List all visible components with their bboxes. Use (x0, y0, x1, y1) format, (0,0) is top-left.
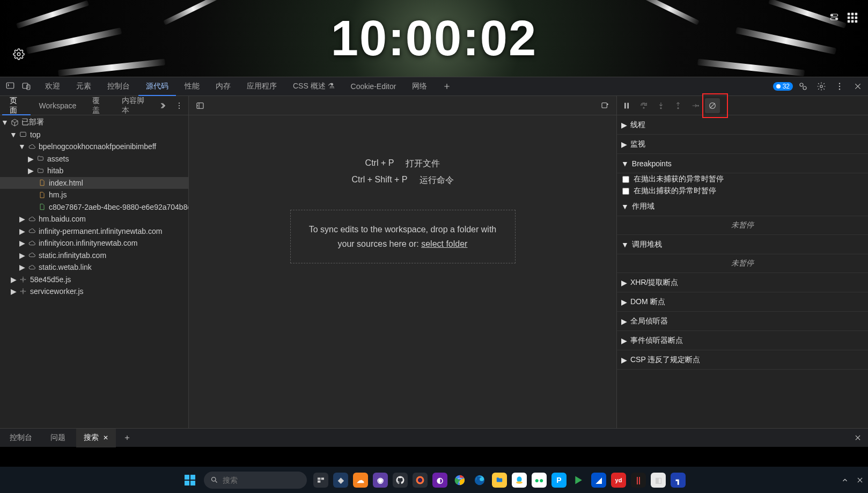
plus-icon[interactable] (119, 430, 135, 446)
toggle-icon[interactable] (828, 12, 840, 24)
chevron-down-icon[interactable]: ▼ (2, 118, 8, 127)
app-taskview[interactable] (313, 473, 328, 488)
issues-badge[interactable]: 32 (773, 82, 793, 91)
subtab-contentscripts[interactable]: 内容脚本 (114, 96, 156, 115)
chevron-right-icon[interactable] (157, 98, 171, 114)
subtab-page[interactable]: 页面 (2, 96, 31, 115)
section-xhr[interactable]: ▶XHR/提取断点 (617, 273, 868, 292)
step-into-icon[interactable] (653, 98, 668, 113)
tree-sw[interactable]: ▶serviceworker.js (0, 285, 188, 298)
chevron-right-icon[interactable]: ▶ (19, 251, 25, 260)
drawer-tab-issues[interactable]: 问题 (43, 429, 73, 447)
file-tree[interactable]: ▼已部署 ▼top ▼bpelnogcookhocnaokfpoeinibimb… (0, 115, 188, 428)
app-wechat[interactable]: ●● (532, 473, 547, 488)
app-grey[interactable]: ◧ (651, 473, 666, 488)
gear-icon[interactable] (13, 48, 25, 60)
drawer-tab-console[interactable]: 控制台 (2, 429, 40, 447)
breakpoint-caught-row[interactable]: 在抛出捕获的异常时暂停 (617, 185, 868, 197)
step-out-icon[interactable] (671, 98, 686, 113)
tray-chevron-up-icon[interactable] (841, 476, 849, 484)
tree-domain-infperm[interactable]: ▶infinity-permanent.infinitynewtab.com (0, 225, 188, 238)
tab-application[interactable]: 应用程序 (239, 77, 284, 96)
app-t[interactable]: ┓ (671, 473, 686, 488)
tray-close-icon[interactable] (856, 476, 864, 484)
chevron-right-icon[interactable]: ▶ (11, 275, 16, 284)
workspace-dropzone[interactable]: To sync edits to the workspace, drop a f… (290, 210, 516, 263)
tree-file-guid[interactable]: c80e7867-2aeb-4bec-9880-e6e92a704b8e (0, 201, 188, 214)
app-cloud[interactable]: ☁ (353, 473, 368, 488)
app-play[interactable] (571, 473, 586, 488)
close-icon[interactable]: ✕ (103, 434, 108, 442)
tab-cssoverview[interactable]: CSS 概述 ⚗ (285, 77, 342, 96)
section-callstack[interactable]: ▼调用堆栈 (617, 235, 868, 254)
chevron-right-icon[interactable]: ▶ (28, 154, 33, 163)
new-snippet-icon[interactable] (597, 98, 613, 114)
app-explorer[interactable] (492, 473, 507, 488)
tab-performance[interactable]: 性能 (177, 77, 207, 96)
tree-top[interactable]: ▼top (0, 129, 188, 141)
app-github[interactable] (393, 473, 408, 488)
chevron-right-icon[interactable]: ▶ (11, 287, 16, 296)
taskbar-search-input[interactable] (223, 476, 300, 484)
kebab-icon[interactable] (172, 98, 186, 114)
close-icon[interactable] (850, 430, 866, 446)
app-p[interactable]: P (551, 473, 567, 488)
tree-file-index[interactable]: index.html (0, 177, 188, 189)
device-toggle-icon[interactable] (18, 78, 34, 94)
app-blue[interactable]: ◢ (591, 473, 606, 488)
taskbar-search[interactable] (204, 472, 307, 489)
step-over-icon[interactable] (636, 98, 651, 113)
section-breakpoints[interactable]: ▼Breakpoints (617, 154, 868, 173)
plus-icon[interactable] (439, 78, 455, 94)
tab-sources[interactable]: 源代码 (138, 77, 176, 96)
tree-extension[interactable]: ▼bpelnogcookhocnaokfpoeinibimbeff (0, 141, 188, 153)
chevron-right-icon[interactable]: ▶ (19, 239, 25, 247)
subtab-workspace[interactable]: Workspace (32, 96, 84, 115)
toggle-sidebar-icon[interactable] (192, 98, 208, 114)
caught-checkbox[interactable] (622, 188, 629, 195)
app-firefox[interactable] (413, 473, 428, 488)
tree-folder-assets[interactable]: ▶assets (0, 153, 188, 165)
breakpoint-uncaught-row[interactable]: 在抛出未捕获的异常时暂停 (617, 173, 868, 185)
close-icon[interactable] (850, 78, 866, 94)
section-threads[interactable]: ▶线程 (617, 115, 868, 135)
tab-elements[interactable]: 元素 (69, 77, 99, 96)
chevron-right-icon[interactable]: ▶ (19, 227, 25, 236)
tab-memory[interactable]: 内存 (208, 77, 238, 96)
tree-folder-hitab[interactable]: ▶hitab (0, 165, 188, 177)
drawer-tab-search[interactable]: 搜索 ✕ (76, 429, 116, 447)
chevron-right-icon[interactable]: ▶ (28, 166, 33, 175)
tree-root[interactable]: ▼已部署 (0, 116, 188, 129)
tree-domain-statwetab[interactable]: ▶static.wetab.link (0, 261, 188, 274)
tab-welcome[interactable]: 欢迎 (38, 77, 68, 96)
select-folder-link[interactable]: select folder (421, 239, 467, 248)
uncaught-checkbox[interactable] (622, 176, 629, 183)
pause-icon[interactable] (619, 98, 634, 113)
section-event[interactable]: ▶事件侦听器断点 (617, 331, 868, 350)
app-red-bars[interactable]: || (631, 473, 646, 488)
gear-icon[interactable] (813, 78, 829, 94)
step-icon[interactable] (688, 98, 703, 113)
tab-cookieeditor[interactable]: Cookie-Editor (343, 77, 404, 96)
chevron-down-icon[interactable]: ▼ (19, 142, 25, 151)
tab-console[interactable]: 控制台 (100, 77, 137, 96)
inspect-icon[interactable] (2, 78, 18, 94)
disable-breakpoints-icon[interactable] (705, 98, 720, 113)
tree-domain-statinf[interactable]: ▶static.infinitytab.com (0, 249, 188, 262)
app-edge[interactable] (472, 473, 487, 488)
grid-icon[interactable] (847, 12, 858, 24)
app-qq[interactable] (512, 473, 527, 488)
chevron-right-icon[interactable]: ▶ (19, 215, 25, 223)
animation-icon[interactable] (795, 78, 811, 94)
app-tor[interactable]: ◐ (432, 473, 447, 488)
chevron-right-icon[interactable]: ▶ (19, 263, 25, 271)
chevron-down-icon[interactable]: ▼ (11, 130, 16, 139)
tree-file-hm[interactable]: hm.js (0, 189, 188, 201)
section-global[interactable]: ▶全局侦听器 (617, 312, 868, 331)
app-chrome[interactable] (452, 473, 467, 488)
app-edge-alt[interactable]: ◆ (333, 473, 348, 488)
app-yd[interactable]: yd (611, 473, 626, 488)
kebab-icon[interactable] (832, 78, 848, 94)
section-csp[interactable]: ▶CSP 违反了规定断点 (617, 350, 868, 370)
start-button[interactable] (180, 470, 200, 490)
